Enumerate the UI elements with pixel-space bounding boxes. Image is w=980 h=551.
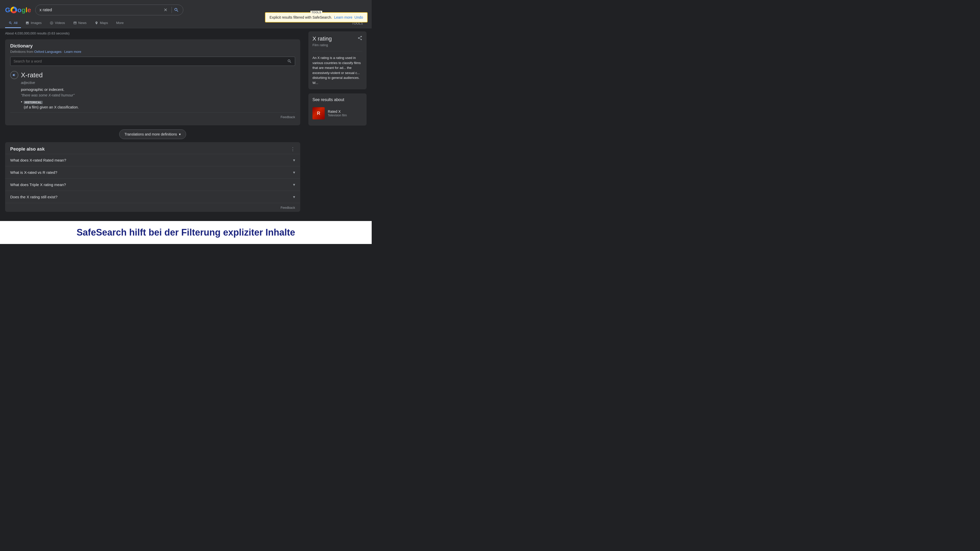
paa-question-1: What does X-rated Rated mean? xyxy=(10,158,66,162)
dictionary-card: Dictionary Definitions from Oxford Langu… xyxy=(5,39,300,125)
oxford-languages-link[interactable]: Oxford Languages xyxy=(34,50,62,54)
tab-maps[interactable]: Maps xyxy=(91,18,111,28)
chevron-right-icon-2: ▾ xyxy=(293,170,295,175)
paa-feedback-button[interactable]: Feedback xyxy=(280,206,295,210)
dictionary-search-input[interactable] xyxy=(14,59,287,63)
definition-1: pornographic or indecent. xyxy=(10,87,295,92)
safesearch-message: Explicit results filtered with SafeSearc… xyxy=(270,15,332,19)
translations-label: Translations and more definitions xyxy=(124,132,177,136)
clear-search-button[interactable]: ✕ xyxy=(162,7,170,13)
safesearch-undo-button[interactable]: Undo xyxy=(355,15,363,19)
paa-item-4[interactable]: Does the X rating still exist? ▾ xyxy=(5,191,300,203)
paa-question-2: What is X-rated vs R rated? xyxy=(10,170,57,175)
search-submit-button[interactable] xyxy=(174,7,179,13)
chevron-right-icon-4: ▾ xyxy=(293,194,295,199)
dictionary-search-bar xyxy=(10,57,295,66)
google-logo[interactable]: G o g l e xyxy=(5,6,31,14)
share-button[interactable] xyxy=(357,35,363,42)
paa-item-1[interactable]: What does X-rated Rated mean? ▾ xyxy=(5,154,300,166)
chevron-right-icon-3: ▾ xyxy=(293,182,295,187)
result-name-1: Rated X xyxy=(328,110,363,114)
source-prefix: Definitions from xyxy=(10,50,33,54)
chevron-right-icon-1: ▾ xyxy=(293,158,295,163)
tab-videos[interactable]: Videos xyxy=(46,18,69,28)
people-also-ask-card: People also ask ⋮ What does X-rated Rate… xyxy=(5,142,300,212)
result-thumbnail-1: R xyxy=(312,107,325,119)
search-divider xyxy=(172,7,172,13)
tab-more-label: More xyxy=(116,21,124,25)
tab-news[interactable]: News xyxy=(70,18,91,28)
translations-button[interactable]: Translations and more definitions ▾ xyxy=(119,129,186,139)
dictionary-title: Dictionary xyxy=(10,43,295,49)
tab-all[interactable]: All xyxy=(5,18,21,28)
word-entry: X-rated adjective pornographic or indece… xyxy=(10,69,295,121)
knowledge-subtitle: Film rating xyxy=(312,43,332,47)
historical-definition: • HISTORICAL (of a film) given an X clas… xyxy=(10,100,295,109)
knowledge-panel: X rating Film rating An X rating is a ra… xyxy=(309,32,367,89)
search-input[interactable]: x rated xyxy=(40,8,162,12)
word-title: X-rated xyxy=(21,71,43,79)
tab-images[interactable]: Images xyxy=(22,18,45,28)
paa-item-3[interactable]: What does Triple X rating mean? ▾ xyxy=(5,178,300,191)
knowledge-title: X rating xyxy=(312,35,332,42)
tools-label-notice: TOOLS xyxy=(310,11,322,14)
result-type-1: Television film xyxy=(328,114,363,117)
paa-title: People also ask xyxy=(10,146,45,152)
historical-tag: HISTORICAL xyxy=(24,101,43,104)
see-results-title: See results about xyxy=(312,97,363,102)
paa-options-button[interactable]: ⋮ xyxy=(291,146,295,152)
dict-learn-more-link[interactable]: Learn more xyxy=(64,50,81,54)
results-count: About 4,030,000,000 results (0.63 second… xyxy=(5,32,300,35)
historical-definition-text: (of a film) given an X classification. xyxy=(24,105,79,109)
paa-question-3: What does Triple X rating mean? xyxy=(10,183,66,187)
paa-item-2[interactable]: What is X-rated vs R rated? ▾ xyxy=(5,166,300,178)
source-dot: · xyxy=(62,50,64,54)
bottom-banner-text: SafeSearch hilft bei der Filterung expli… xyxy=(10,227,361,238)
word-part-of-speech: adjective xyxy=(10,81,295,85)
paa-question-4: Does the X rating still exist? xyxy=(10,195,57,199)
dictionary-source: Definitions from Oxford Languages · Lear… xyxy=(10,50,295,54)
tab-more[interactable]: More xyxy=(113,18,127,28)
see-results-card: See results about R Rated X Television f… xyxy=(309,94,367,125)
chevron-down-icon: ▾ xyxy=(179,132,181,136)
dictionary-feedback-button[interactable]: Feedback xyxy=(280,115,295,119)
example-1: "there was some X-rated humour" xyxy=(10,93,295,97)
knowledge-divider xyxy=(312,51,363,51)
audio-play-button[interactable] xyxy=(10,71,18,79)
tab-maps-label: Maps xyxy=(100,21,108,25)
tab-all-label: All xyxy=(14,21,18,25)
safesearch-notice: TOOLS Explicit results filtered with Saf… xyxy=(265,12,368,22)
tab-news-label: News xyxy=(78,21,87,25)
tab-videos-label: Videos xyxy=(55,21,65,25)
tab-images-label: Images xyxy=(31,21,41,25)
safesearch-learn-more-link[interactable]: Learn more xyxy=(334,15,353,19)
knowledge-description: An X rating is a rating used in various … xyxy=(309,53,367,89)
see-result-item-1[interactable]: R Rated X Television film xyxy=(312,105,363,121)
bottom-banner: SafeSearch hilft bei der Filterung expli… xyxy=(0,221,372,244)
